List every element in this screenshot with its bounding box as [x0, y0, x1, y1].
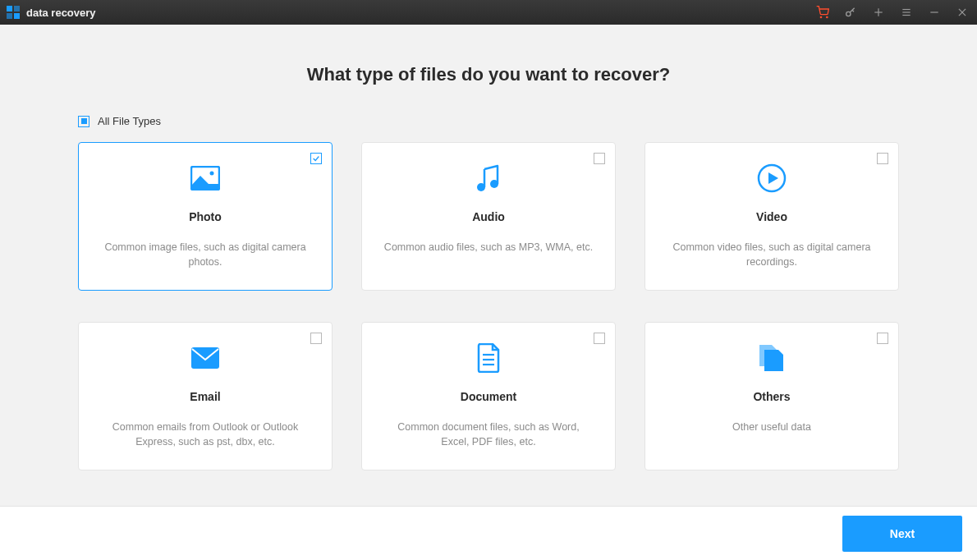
- svg-rect-3: [14, 13, 20, 19]
- card-email[interactable]: Email Common emails from Outlook or Outl…: [78, 322, 333, 470]
- titlebar: data recovery: [0, 0, 977, 25]
- card-others-desc: Other useful data: [727, 420, 816, 434]
- titlebar-left: data recovery: [7, 6, 96, 19]
- next-button[interactable]: Next: [842, 516, 962, 552]
- card-photo-desc: Common image files, such as digital came…: [95, 240, 315, 269]
- cart-icon[interactable]: [816, 6, 829, 19]
- app-title: data recovery: [26, 7, 96, 19]
- main-content: What type of files do you want to recove…: [0, 25, 977, 506]
- svg-rect-1: [14, 6, 20, 11]
- card-video-title: Video: [756, 210, 787, 223]
- close-icon[interactable]: [956, 6, 969, 19]
- card-document-checkbox[interactable]: [594, 333, 605, 344]
- card-video-checkbox[interactable]: [877, 153, 888, 164]
- footer-bar: Next: [0, 506, 977, 560]
- card-email-checkbox[interactable]: [310, 333, 322, 344]
- titlebar-right: [816, 6, 969, 19]
- svg-rect-0: [7, 6, 12, 11]
- card-photo-checkbox[interactable]: [310, 153, 322, 164]
- svg-rect-2: [7, 13, 12, 19]
- file-type-grid: Photo Common image files, such as digita…: [78, 142, 899, 470]
- image-icon: [190, 161, 220, 195]
- card-audio-desc: Common audio files, such as MP3, WMA, et…: [379, 240, 598, 255]
- music-icon: [476, 161, 501, 195]
- card-others[interactable]: Others Other useful data: [644, 322, 899, 470]
- card-video-desc: Common video files, such as digital came…: [662, 240, 882, 269]
- svg-point-18: [490, 180, 498, 188]
- card-document-title: Document: [461, 390, 516, 403]
- card-document-desc: Common document files, such as Word, Exc…: [378, 420, 599, 449]
- minimize-icon[interactable]: [928, 6, 941, 19]
- app-logo-icon: [7, 6, 20, 19]
- all-file-types-label: All File Types: [98, 115, 161, 127]
- square-indeterminate-icon: [81, 118, 87, 124]
- card-email-title: Email: [190, 390, 220, 403]
- card-others-checkbox[interactable]: [877, 333, 888, 344]
- key-icon[interactable]: [844, 6, 857, 19]
- svg-point-6: [846, 11, 851, 16]
- page-heading: What type of files do you want to recove…: [307, 64, 671, 85]
- card-audio-checkbox[interactable]: [594, 153, 605, 164]
- all-file-types-checkbox[interactable]: [78, 116, 89, 127]
- envelope-icon: [190, 341, 220, 375]
- card-email-desc: Common emails from Outlook or Outlook Ex…: [95, 420, 315, 449]
- card-audio-title: Audio: [472, 210, 505, 223]
- svg-point-5: [827, 16, 828, 17]
- card-document[interactable]: Document Common document files, such as …: [361, 322, 616, 470]
- svg-point-17: [477, 183, 485, 191]
- card-photo[interactable]: Photo Common image files, such as digita…: [78, 142, 333, 291]
- play-circle-icon: [757, 161, 787, 195]
- all-file-types-row: All File Types: [78, 115, 899, 127]
- plus-icon[interactable]: [872, 6, 885, 19]
- files-icon: [758, 341, 786, 375]
- menu-icon[interactable]: [900, 6, 913, 19]
- svg-rect-20: [191, 347, 219, 369]
- file-text-icon: [476, 341, 501, 375]
- card-video[interactable]: Video Common video files, such as digita…: [644, 142, 899, 291]
- card-audio[interactable]: Audio Common audio files, such as MP3, W…: [361, 142, 616, 291]
- card-photo-title: Photo: [189, 210, 222, 223]
- card-others-title: Others: [753, 390, 790, 403]
- svg-point-16: [210, 172, 214, 176]
- svg-point-4: [820, 16, 821, 17]
